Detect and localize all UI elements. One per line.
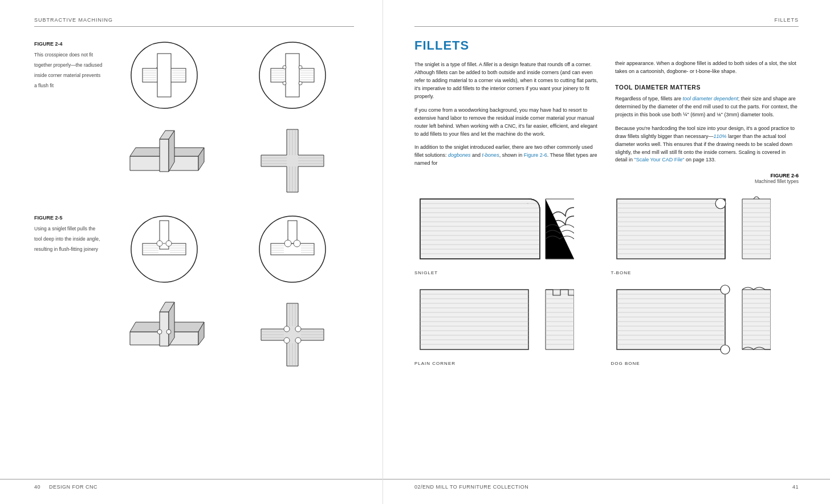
svg-point-18 [283,82,286,85]
left-page: SUBTRACTIVE MACHINING FIGURE 2-4 This cr… [0,0,383,504]
left-page-number: 40 [34,484,40,490]
drawing-sniglet-circle2 [255,212,329,286]
drawing-crosspiece-circle2 [255,38,329,112]
fillet-sniglet: SNIGLET [414,193,603,275]
right-page-number: 41 [792,484,799,490]
figure-2-5-drawings [103,212,354,375]
svg-point-16 [283,66,286,69]
svg-point-117 [715,198,726,209]
drawing-crosspiece-iso1 [116,118,213,201]
tool-diameter-link[interactable]: tool diameter dependent [683,96,738,101]
left-header-text: SUBTRACTIVE MACHINING [34,17,113,23]
figure-2-6-desc: Machined fillet types [755,178,799,184]
drawing-sniglet-iso1 [116,292,213,375]
dogbone-label: DOG BONE [611,361,640,366]
plain-corner-label: PLAIN CORNER [414,361,455,366]
svg-point-71 [166,330,171,334]
figure-2-6-label: FIGURE 2-6 Machined fillet types [755,173,799,184]
sniglet-label: SNIGLET [414,270,438,275]
svg-rect-2 [157,54,171,97]
left-footer-title: DESIGN FOR CNC [49,484,97,490]
body-para-2: If you come from a woodworking backgroun… [414,107,598,139]
figure-2-6-num: FIGURE 2-6 [755,173,799,178]
figure-2-4-drawings [103,38,354,201]
drawing-crosspiece-iso2 [244,118,341,201]
fillets-title: FILLETS [414,38,598,53]
drawing-crosspiece-circle [127,38,201,112]
body-para-6: Because you're hardcoding the tool size … [615,125,799,165]
svg-point-61 [294,240,300,247]
tbone-label: T-BONE [611,270,632,275]
svg-point-167 [721,345,730,354]
svg-point-74 [284,338,290,343]
body-para-4: their appearance. When a dogbone fillet … [615,60,799,76]
right-page: FILLETS FILLETS The sniglet is a type of… [383,0,830,504]
fillet-tbone: T-BONE [611,193,799,275]
figure-2-5-label: FIGURE 2-5 [34,215,103,221]
svg-point-19 [299,82,302,85]
figure-2-4-label: FIGURE 2-4 [34,41,103,47]
svg-rect-59 [288,221,297,243]
dogbones-link[interactable]: dogbones [448,152,471,158]
figure-2-5-text: Using a sniglet fillet pulls the tool de… [34,226,100,252]
figure-2-5-caption: FIGURE 2-5 Using a sniglet fillet pulls … [34,212,103,258]
svg-point-46 [157,241,162,246]
left-footer: 40 DESIGN FOR CNC [0,479,383,490]
svg-point-17 [299,66,302,69]
right-header-right: FILLETS [774,17,799,23]
body-para-1: The sniglet is a type of fillet. A fille… [414,61,598,101]
fillet-grid: SNIGLET [414,193,799,366]
svg-point-166 [721,285,730,294]
right-header: FILLETS [414,17,799,27]
svg-point-60 [284,240,291,247]
svg-point-73 [295,326,301,332]
body-para-5: Regardless of type, fillets are tool dia… [615,95,799,119]
scale-cad-link[interactable]: "Scale Your CAD File" [634,157,685,162]
tbones-link[interactable]: t-bones [482,152,499,158]
body-para-3: In addition to the sniglet introduced ea… [414,144,598,168]
left-header: SUBTRACTIVE MACHINING [34,17,354,27]
svg-rect-15 [286,54,299,97]
svg-point-47 [166,241,172,246]
figure-2-4-text: This crosspiece does not fit together pr… [34,52,103,88]
svg-rect-58 [271,243,314,255]
right-footer: 02/END MILL TO FURNITURE COLLECTION 41 [383,479,830,490]
drawing-sniglet-circle1 [127,212,201,286]
svg-point-70 [157,330,162,334]
figure-2-6-link[interactable]: Figure 2-6 [524,152,547,158]
fillet-plain-corner: PLAIN CORNER [414,284,603,366]
svg-point-75 [295,338,301,343]
right-content: FILLETS The sniglet is a type of fillet.… [414,38,799,173]
figure-2-5-section: FIGURE 2-5 Using a sniglet fillet pulls … [34,212,354,375]
figure-2-4-section: FIGURE 2-4 This crosspiece does not fit … [34,38,354,201]
left-text-column: FILLETS The sniglet is a type of fillet.… [414,38,598,173]
figure-2-4-caption: FIGURE 2-4 This crosspiece does not fit … [34,38,103,94]
right-text-column: their appearance. When a dogbone fillet … [615,38,799,173]
drawing-sniglet-iso2 [244,292,341,375]
fillet-dogbone: DOG BONE [611,284,799,366]
tool-diameter-section-title: TOOL DIAMETER MATTERS [615,84,799,91]
110pct-link[interactable]: 110% [714,133,727,139]
right-footer-left: 02/END MILL TO FURNITURE COLLECTION [414,484,528,490]
svg-point-72 [284,326,290,332]
